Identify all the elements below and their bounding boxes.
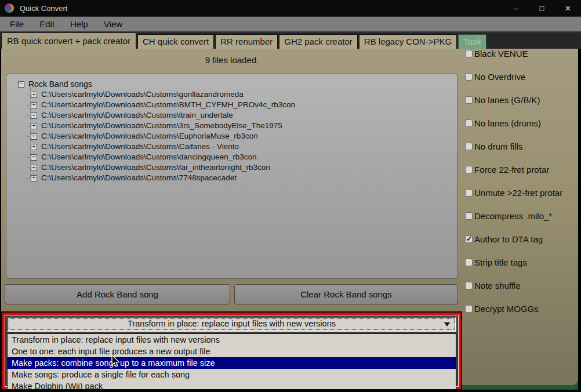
maximize-button[interactable]: □: [529, 0, 555, 16]
expand-icon[interactable]: [31, 175, 37, 182]
menu-item[interactable]: Edit: [34, 19, 60, 29]
checkbox-label: Black VENUE: [474, 49, 528, 59]
checkbox-icon: [465, 166, 473, 173]
tab[interactable]: Task: [458, 34, 486, 49]
output-mode-combobox[interactable]: Transform in place: replace input files …: [7, 317, 456, 332]
tab[interactable]: CH quick convert: [137, 34, 214, 49]
menu-item[interactable]: Help: [65, 19, 93, 29]
checkbox-label: No Overdrive: [474, 72, 525, 82]
dropdown-option[interactable]: Make Dolphin (Wii) pack: [8, 380, 456, 390]
dropdown-option[interactable]: Transform in place: replace input files …: [8, 334, 456, 346]
tab[interactable]: RR renumber: [215, 34, 278, 49]
checkbox-row[interactable]: Unmute >22-fret protar: [465, 188, 580, 197]
menu-item[interactable]: File: [5, 19, 29, 29]
highlight-inner: Transform in place: replace input files …: [5, 315, 459, 387]
dropdown-option[interactable]: Make packs: combine songs up to a maximu…: [8, 357, 456, 369]
checkbox-icon: [465, 282, 473, 289]
checkbox-icon: [465, 119, 473, 127]
tree-row[interactable]: C:\Users\carlmylo\Downloads\Customs\danc…: [27, 152, 457, 162]
app-icon-center: [7, 6, 12, 10]
checkbox-label: Force 22-fret protar: [474, 165, 549, 175]
checkbox-row[interactable]: Decrypt MOGGs: [465, 304, 580, 313]
checkbox-row[interactable]: Author to DTA tag: [465, 234, 580, 244]
tree-row-path: C:\Users\carlmylo\Downloads\Customs\7748…: [41, 173, 237, 183]
expand-icon[interactable]: [31, 165, 37, 171]
checkbox-label: No lanes (drums): [474, 118, 541, 128]
checkbox-icon: [465, 259, 473, 266]
tree-row[interactable]: C:\Users\carlmylo\Downloads\Customs\BMTH…: [27, 100, 457, 110]
checkbox-label: No lanes (G/B/K): [474, 95, 540, 105]
status-text: 9 files loaded.: [6, 55, 458, 65]
tree-row-path: C:\Users\carlmylo\Downloads\Customs\danc…: [41, 152, 256, 162]
collapse-icon[interactable]: [18, 81, 24, 88]
song-tree-view[interactable]: Rock Band songs C:\Users\carlmylo\Downlo…: [6, 74, 458, 279]
tree-root-label: Rock Band songs: [28, 79, 92, 89]
combobox-focus-rect: [9, 318, 455, 330]
checkbox-row[interactable]: Black VENUE: [465, 49, 580, 58]
checkbox-row[interactable]: No drum fills: [465, 141, 580, 151]
tree-row[interactable]: C:\Users\carlmylo\Downloads\Customs\far_…: [27, 162, 457, 173]
tree-items: C:\Users\carlmylo\Downloads\Customs\gori…: [27, 89, 457, 183]
checkbox-label: Unmute >22-fret protar: [474, 188, 562, 198]
checkbox-label: Note shuffle: [474, 281, 521, 291]
clear-rock-band-songs-button[interactable]: Clear Rock Band songs: [234, 284, 458, 304]
menu-bar: FileEditHelpView: [0, 16, 581, 32]
tree-row-path: C:\Users\carlmylo\Downloads\Customs\gori…: [41, 89, 244, 100]
tab[interactable]: RB legacy CON->PKG: [359, 34, 457, 49]
tree-row[interactable]: C:\Users\carlmylo\Downloads\Customs\ltra…: [27, 110, 457, 121]
expand-icon[interactable]: [31, 154, 37, 161]
tree-root-row[interactable]: Rock Band songs: [18, 79, 457, 89]
tree-row-path: C:\Users\carlmylo\Downloads\Customs\far_…: [41, 162, 270, 173]
expand-icon[interactable]: [31, 92, 37, 98]
tree-row-path: C:\Users\carlmylo\Downloads\Customs\ltra…: [41, 110, 233, 121]
minimize-button[interactable]: –: [503, 0, 529, 16]
tree-row-path: C:\Users\carlmylo\Downloads\Customs\Euph…: [41, 131, 258, 141]
checkbox-row[interactable]: Strip title tags: [465, 257, 580, 267]
checkbox-label: No drum fills: [474, 141, 522, 151]
checkbox-row[interactable]: No lanes (G/B/K): [465, 95, 580, 104]
tab[interactable]: GH2 pack creator: [279, 34, 358, 49]
checkbox-icon: [465, 305, 473, 313]
dropdown-option[interactable]: One to one: each input file produces a n…: [8, 346, 456, 357]
checkbox-icon: [465, 73, 473, 81]
window-title: Quick Convert: [20, 4, 67, 13]
tab[interactable]: RB quick convert + pack creator: [1, 32, 136, 49]
highlight-red-box: Transform in place: replace input files …: [1, 311, 462, 390]
checkbox-label: Decrypt MOGGs: [474, 304, 539, 314]
checkbox-label: Strip title tags: [474, 257, 527, 267]
dropdown-option[interactable]: Make songs: produce a single file for ea…: [8, 369, 456, 380]
checkbox-label: Author to DTA tag: [474, 234, 543, 244]
tree-row[interactable]: C:\Users\carlmylo\Downloads\Customs\3rs_…: [27, 121, 457, 131]
checkbox-icon: [465, 235, 473, 243]
checkbox-label: Decompress .milo_*: [474, 211, 552, 221]
add-rock-band-song-button[interactable]: Add Rock Band song: [5, 284, 230, 304]
checkbox-row[interactable]: No Overdrive: [465, 72, 580, 81]
tree-row-path: C:\Users\carlmylo\Downloads\Customs\BMTH…: [41, 100, 295, 110]
tree-row[interactable]: C:\Users\carlmylo\Downloads\Customs\Euph…: [27, 131, 457, 141]
tree-row[interactable]: C:\Users\carlmylo\Downloads\Customs\7748…: [27, 173, 457, 183]
tree-row[interactable]: C:\Users\carlmylo\Downloads\Customs\gori…: [27, 89, 457, 100]
checkbox-row[interactable]: No lanes (drums): [465, 118, 580, 128]
tree-row-path: C:\Users\carlmylo\Downloads\Customs\3rs_…: [41, 121, 282, 131]
expand-icon[interactable]: [31, 144, 37, 150]
app-icon: [5, 3, 14, 13]
tree-row-path: C:\Users\carlmylo\Downloads\Customs\Caif…: [41, 141, 239, 152]
checkbox-icon: [465, 96, 473, 104]
expand-icon[interactable]: [31, 102, 37, 108]
menu-item[interactable]: View: [99, 19, 128, 29]
title-bar: Quick Convert – □ ✕: [0, 0, 581, 16]
expand-icon[interactable]: [31, 133, 37, 140]
tree-row[interactable]: C:\Users\carlmylo\Downloads\Customs\Caif…: [27, 141, 457, 152]
highlight-red-border: Transform in place: replace input files …: [2, 313, 461, 389]
expand-icon[interactable]: [31, 123, 37, 129]
checkbox-row[interactable]: Note shuffle: [465, 281, 580, 290]
checkbox-icon: [465, 212, 473, 220]
checkbox-row[interactable]: Decompress .milo_*: [465, 211, 580, 220]
checkbox-icon: [465, 143, 473, 150]
checkbox-icon: [465, 189, 473, 197]
expand-icon[interactable]: [31, 112, 37, 119]
chevron-down-icon[interactable]: [444, 322, 450, 326]
close-button[interactable]: ✕: [555, 0, 581, 16]
checkbox-row[interactable]: Force 22-fret protar: [465, 165, 580, 174]
options-column: Black VENUE No Overdrive No lanes (G/B/K…: [465, 49, 580, 327]
